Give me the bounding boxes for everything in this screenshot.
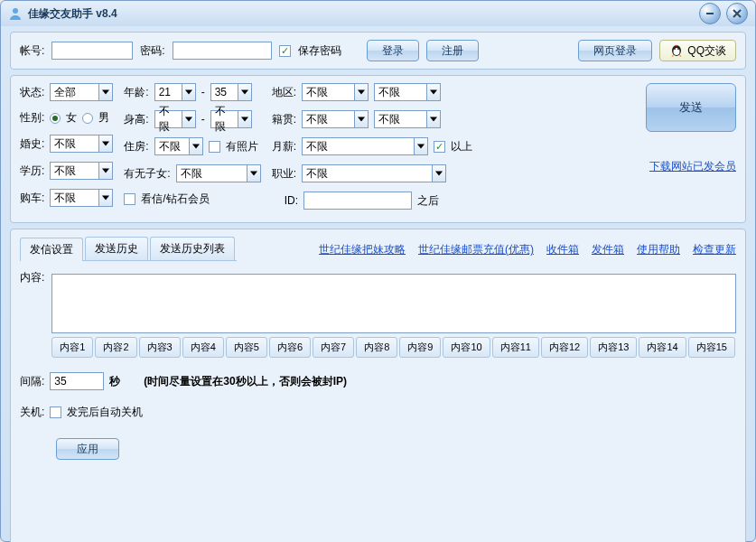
download-sent-link[interactable]: 下载网站已发会员	[649, 159, 736, 174]
filter-panel: 状态:全部 性别:女男 婚史:不限 学历:不限 购车:不限 年龄:21-35 身…	[10, 75, 746, 223]
gender-label: 性别:	[20, 110, 44, 126]
content-textarea[interactable]	[51, 274, 736, 333]
native2-select[interactable]: 不限	[374, 110, 441, 128]
id-input[interactable]	[303, 192, 412, 210]
height-to-select[interactable]: 不限	[210, 110, 252, 128]
svg-point-4	[674, 48, 676, 50]
education-label: 学历:	[20, 164, 44, 179]
shutdown-checkbox-label: 发完后自动关机	[67, 405, 143, 420]
link-outbox[interactable]: 发件箱	[592, 242, 624, 257]
account-label: 帐号:	[20, 43, 44, 59]
qq-chat-button[interactable]: QQ交谈	[659, 40, 736, 61]
tab-send-history[interactable]: 发送历史	[85, 237, 148, 260]
house-label: 住房:	[124, 139, 148, 154]
qq-chat-label: QQ交谈	[687, 43, 726, 59]
region-label: 地区:	[272, 85, 296, 100]
close-button[interactable]	[726, 3, 748, 24]
content-tab-8[interactable]: 内容8	[356, 337, 397, 358]
content-tab-12[interactable]: 内容12	[541, 337, 588, 358]
main-window: 佳缘交友助手 v8.4 帐号: 密码: 保存密码 登录 注册 网页登录 QQ交谈…	[0, 0, 756, 542]
account-input[interactable]	[51, 42, 133, 60]
credit-checkbox[interactable]	[124, 193, 135, 205]
svg-point-5	[677, 48, 679, 50]
send-button[interactable]: 发送	[646, 83, 736, 132]
content-tab-5[interactable]: 内容5	[226, 337, 267, 358]
window-title: 佳缘交友助手 v8.4	[28, 6, 117, 22]
svg-rect-1	[706, 13, 714, 14]
save-password-checkbox[interactable]	[279, 45, 291, 57]
save-password-label: 保存密码	[298, 43, 341, 59]
link-recharge[interactable]: 世纪佳缘邮票充值(优惠)	[418, 242, 534, 257]
status-select[interactable]: 全部	[50, 83, 113, 101]
has-child-label: 有无子女:	[124, 166, 170, 182]
content-tab-4[interactable]: 内容4	[182, 337, 224, 358]
web-login-button[interactable]: 网页登录	[578, 40, 652, 61]
content-tab-7[interactable]: 内容7	[313, 337, 354, 358]
content-tab-11[interactable]: 内容11	[492, 337, 539, 358]
native1-select[interactable]: 不限	[302, 110, 369, 128]
password-input[interactable]	[173, 42, 272, 60]
age-to-select[interactable]: 35	[210, 83, 252, 101]
apply-button[interactable]: 应用	[56, 438, 119, 460]
marriage-label: 婚史:	[20, 136, 44, 152]
content-tab-3[interactable]: 内容3	[139, 337, 181, 358]
gender-female-radio[interactable]	[50, 113, 61, 124]
link-update[interactable]: 检查更新	[693, 242, 736, 257]
occupation-select[interactable]: 不限	[302, 164, 446, 182]
link-guide[interactable]: 世纪佳缘把妹攻略	[319, 242, 406, 257]
gender-male-radio[interactable]	[82, 113, 93, 124]
marriage-select[interactable]: 不限	[50, 135, 113, 153]
qq-icon	[669, 43, 684, 58]
car-select[interactable]: 不限	[50, 189, 113, 207]
content-tab-9[interactable]: 内容9	[399, 337, 441, 358]
titlebar: 佳缘交友助手 v8.4	[1, 1, 755, 26]
link-inbox[interactable]: 收件箱	[546, 242, 579, 257]
link-help[interactable]: 使用帮助	[637, 242, 680, 257]
minimize-button[interactable]	[699, 3, 721, 24]
occupation-label: 职业:	[272, 166, 296, 182]
content-tab-14[interactable]: 内容14	[639, 337, 686, 358]
login-button[interactable]: 登录	[367, 40, 419, 61]
content-tab-13[interactable]: 内容13	[590, 337, 637, 358]
height-label: 身高:	[124, 112, 148, 127]
salary-select[interactable]: 不限	[302, 137, 428, 155]
app-icon	[8, 6, 23, 21]
main-tabs: 发信设置 发送历史 发送历史列表	[20, 237, 237, 261]
interval-tip: (时间尽量设置在30秒以上，否则会被封IP)	[144, 374, 347, 389]
car-label: 购车:	[20, 191, 44, 206]
salary-label: 月薪:	[272, 139, 296, 154]
content-tab-15[interactable]: 内容15	[688, 337, 735, 358]
id-label: ID:	[285, 194, 298, 207]
status-label: 状态:	[20, 85, 44, 100]
house-select[interactable]: 不限	[154, 137, 203, 155]
salary-above-checkbox[interactable]	[434, 141, 445, 153]
content-tabs: 内容1 内容2 内容3 内容4 内容5 内容6 内容7 内容8 内容9 内容10…	[51, 337, 736, 358]
content-tab-10[interactable]: 内容10	[443, 337, 490, 358]
region1-select[interactable]: 不限	[302, 83, 369, 101]
tab-send-settings[interactable]: 发信设置	[20, 238, 83, 261]
compose-panel: 发信设置 发送历史 发送历史列表 世纪佳缘把妹攻略 世纪佳缘邮票充值(优惠) 收…	[10, 229, 746, 542]
svg-point-0	[13, 8, 18, 14]
login-panel: 帐号: 密码: 保存密码 登录 注册 网页登录 QQ交谈	[10, 32, 746, 70]
interval-label: 间隔:	[20, 374, 44, 389]
education-select[interactable]: 不限	[50, 162, 113, 180]
password-label: 密码:	[140, 43, 164, 59]
has-child-select[interactable]: 不限	[176, 164, 261, 182]
region2-select[interactable]: 不限	[374, 83, 441, 101]
interval-input[interactable]	[50, 372, 104, 390]
age-from-select[interactable]: 21	[154, 83, 196, 101]
age-label: 年龄:	[124, 85, 148, 100]
content-tab-2[interactable]: 内容2	[95, 337, 136, 358]
content-label: 内容:	[20, 270, 44, 358]
register-button[interactable]: 注册	[426, 40, 479, 61]
shutdown-label: 关机:	[20, 405, 44, 420]
native-label: 籍贯:	[272, 112, 296, 127]
height-from-select[interactable]: 不限	[154, 110, 196, 128]
content-tab-6[interactable]: 内容6	[269, 337, 311, 358]
interval-unit: 秒	[109, 374, 120, 389]
svg-point-6	[676, 45, 677, 47]
shutdown-checkbox[interactable]	[50, 406, 61, 418]
tab-send-history-list[interactable]: 发送历史列表	[150, 237, 235, 260]
has-photo-checkbox[interactable]	[209, 141, 220, 153]
content-tab-1[interactable]: 内容1	[51, 337, 93, 358]
